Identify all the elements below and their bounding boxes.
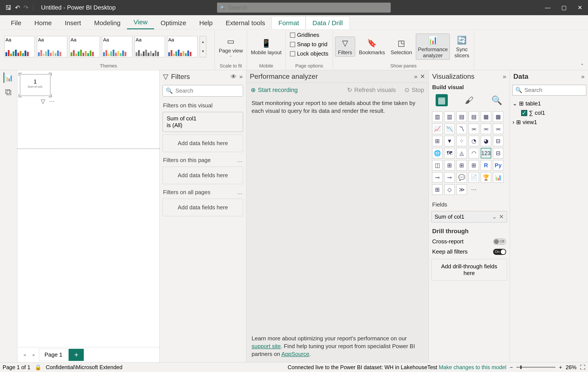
viz-type[interactable]: ⊞ (432, 184, 442, 195)
viz-type[interactable]: ⊸ (444, 172, 455, 183)
model-view-button[interactable]: ⿻ (3, 87, 14, 98)
viz-type[interactable]: ⊟ (493, 136, 503, 146)
viz-type[interactable]: ⫘ (493, 124, 503, 134)
page-prev[interactable]: ◂ (20, 352, 29, 358)
tab-home[interactable]: Home (28, 17, 58, 29)
field-well[interactable]: Sum of col1 ⌄✕ (431, 211, 507, 223)
theme-swatch[interactable]: Aa (167, 36, 198, 57)
more-icon[interactable]: … (237, 157, 243, 164)
add-page-button[interactable]: + (69, 349, 84, 361)
theme-swatch[interactable]: Aa (102, 36, 132, 57)
page-next[interactable]: ▸ (30, 352, 38, 358)
title-search-input[interactable] (228, 4, 387, 11)
eye-icon[interactable]: 👁 (231, 73, 237, 80)
viz-type[interactable]: ◕ (481, 136, 491, 146)
viz-type[interactable]: 💬 (456, 172, 467, 183)
tab-optimize[interactable]: Optimize (154, 17, 193, 29)
zoom-slider[interactable] (516, 367, 556, 368)
viz-type[interactable]: ▤ (469, 112, 479, 122)
viz-type[interactable]: ⊟ (493, 148, 503, 158)
viz-type[interactable]: ▥ (444, 112, 455, 122)
viz-type[interactable]: 📉 (444, 124, 455, 134)
make-changes-link[interactable]: Make changes to this model (439, 364, 506, 370)
viz-type[interactable]: ◫ (432, 160, 442, 170)
gridlines-check[interactable]: Gridlines (288, 31, 321, 39)
more-icon[interactable]: … (237, 189, 243, 196)
collapse-icon[interactable]: » (503, 73, 506, 80)
drill-drop[interactable]: Add drill-through fields here (431, 259, 507, 281)
viz-type[interactable]: Py (493, 160, 503, 170)
filter-drop-page[interactable]: Add data fields here (163, 166, 243, 184)
title-search[interactable]: 🔍 (217, 3, 391, 13)
tab-view[interactable]: View (127, 16, 154, 29)
themes-dropdown[interactable]: ▲▼ (200, 36, 206, 57)
undo-icon[interactable]: ↶ (15, 4, 20, 11)
build-mode[interactable]: ▦ (436, 94, 448, 106)
maximize-button[interactable]: ▢ (561, 4, 567, 11)
data-search[interactable]: 🔍 (513, 85, 586, 95)
viz-more[interactable]: ⋯ (469, 184, 479, 195)
viz-type[interactable]: 〽 (456, 124, 467, 134)
filters-search-input[interactable] (175, 87, 240, 94)
filter-drop-all[interactable]: Add data fields here (163, 199, 243, 216)
filter-card[interactable]: Sum of col1 is (All) (163, 112, 243, 132)
viz-type[interactable]: ≫ (456, 184, 467, 195)
save-icon[interactable]: 🖫 (5, 4, 11, 11)
data-table-node[interactable]: ⌄ ⊞ table1 (512, 99, 586, 108)
minimize-button[interactable]: ― (545, 4, 550, 11)
visual-filter-icon[interactable]: ▽ (41, 98, 45, 105)
performance-analyzer-button[interactable]: 📊Performanceanalyzer (416, 34, 450, 60)
remove-field-icon[interactable]: ✕ (499, 213, 504, 220)
format-mode[interactable]: 🖌 (463, 94, 475, 106)
ribbon-collapse[interactable]: ˄ (578, 61, 586, 70)
tab-modeling[interactable]: Modeling (87, 17, 127, 29)
keep-filters-toggle[interactable]: On (493, 249, 506, 255)
mobile-layout-button[interactable]: 📱 Mobile layout (249, 37, 283, 56)
viz-type[interactable]: ⫘ (481, 124, 491, 134)
viz-type[interactable]: ◠ (469, 148, 479, 158)
page-tab[interactable]: Page 1 (39, 349, 68, 361)
selection-pane-button[interactable]: ◳Selection (389, 37, 414, 56)
column-checkbox[interactable]: ✓ (521, 110, 527, 116)
tab-insert[interactable]: Insert (58, 17, 87, 29)
viz-type[interactable]: ⊞ (469, 160, 479, 170)
filters-pane-button[interactable]: ▽Filters (335, 37, 355, 57)
data-search-input[interactable] (525, 87, 583, 93)
tab-format[interactable]: Format (272, 17, 306, 29)
filter-drop-visual[interactable]: Add data fields here (163, 134, 243, 152)
viz-type[interactable]: 🌐 (432, 148, 442, 158)
viz-type[interactable]: ▤ (456, 112, 467, 122)
chevron-down-icon[interactable]: ⌄ (492, 213, 497, 220)
zoom-in[interactable]: + (559, 364, 562, 371)
lock-check[interactable]: Lock objects (288, 50, 331, 58)
viz-type[interactable]: ▼ (444, 136, 455, 146)
viz-type[interactable]: 🗺 (444, 148, 455, 158)
viz-type[interactable]: ▥ (432, 112, 442, 122)
filters-search[interactable]: 🔍 (163, 85, 243, 96)
viz-type-card[interactable]: 123 (481, 148, 491, 158)
zoom-out[interactable]: − (510, 364, 513, 371)
viz-type[interactable]: 🏆 (481, 172, 491, 183)
viz-type[interactable]: 📈 (432, 124, 442, 134)
card-visual[interactable]: 1 Sum of col1 (20, 74, 50, 96)
viz-type[interactable]: ◬ (456, 148, 467, 158)
sync-slicers-button[interactable]: 🔄Syncslicers (452, 34, 472, 59)
report-view-button[interactable]: 📊 (3, 72, 14, 83)
viz-type[interactable]: ▦ (481, 112, 491, 122)
data-view-node[interactable]: › ⊞ view1 (512, 118, 586, 127)
theme-swatch[interactable]: Aa (135, 36, 165, 57)
viz-type[interactable]: ⁘ (456, 136, 467, 146)
analytics-mode[interactable]: 🔍 (491, 94, 503, 106)
viz-type[interactable]: ⊞ (444, 160, 455, 170)
collapse-icon[interactable]: » (581, 73, 585, 80)
close-button[interactable]: ✕ (578, 4, 582, 11)
support-link[interactable]: support site (252, 343, 281, 350)
viz-type[interactable]: 📊 (493, 172, 503, 183)
close-icon[interactable]: ✕ (420, 73, 425, 80)
viz-type[interactable]: ◇ (444, 184, 455, 195)
tab-datadrill[interactable]: Data / Drill (306, 17, 349, 29)
viz-type[interactable]: ⊞ (432, 136, 442, 146)
viz-type[interactable]: ⫘ (469, 124, 479, 134)
viz-type[interactable]: ◔ (469, 136, 479, 146)
theme-swatch[interactable]: Aa (69, 36, 100, 57)
